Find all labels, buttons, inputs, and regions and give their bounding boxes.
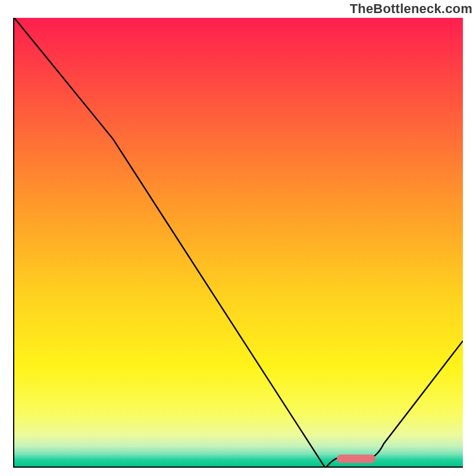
chart-stage: TheBottleneck.com [0, 0, 476, 476]
plot-area [13, 18, 463, 468]
watermark-text: TheBottleneck.com [350, 1, 472, 17]
gradient-fill-rect [14, 18, 463, 466]
plot-svg [14, 18, 463, 466]
